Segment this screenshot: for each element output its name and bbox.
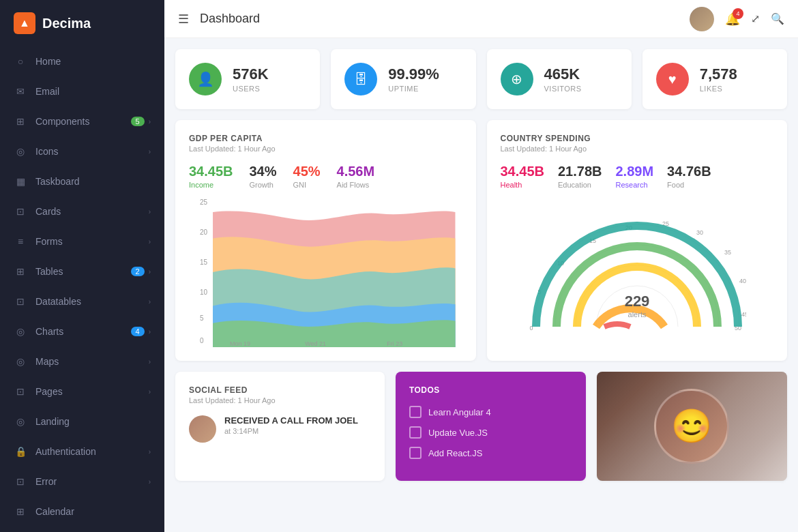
search-icon[interactable]: 🔍 xyxy=(771,12,784,25)
likes-label: LIKES xyxy=(700,85,737,93)
todos-title: TODOS xyxy=(409,385,572,395)
gni-label: GNI xyxy=(293,181,321,189)
social-content: RECEIVED A CALL FROM JOEL at 3:14PM xyxy=(224,415,371,435)
svg-text:15: 15 xyxy=(200,258,207,267)
sidebar-item-charts[interactable]: ◎ Charts 4 › xyxy=(0,316,164,346)
stat-cards: 👤 576K USERS 🗄 99.99% UPTIME ⊕ 465K VISI… xyxy=(175,49,787,109)
sidebar-item-home[interactable]: ○ Home xyxy=(0,46,164,76)
spending-chart-card: COUNTRY SPENDING Last Updated: 1 Hour Ag… xyxy=(487,120,788,361)
area-chart: 25 20 15 10 5 0 xyxy=(189,197,462,347)
sidebar-item-tables[interactable]: ⊞ Tables 2 › xyxy=(0,256,164,286)
photo-placeholder: 😊 xyxy=(597,372,787,481)
todo-text-1: Update Vue.JS xyxy=(428,428,488,438)
svg-text:40: 40 xyxy=(739,278,746,284)
sidebar-item-landing[interactable]: ◎ Landing xyxy=(0,407,164,437)
todo-checkbox-1[interactable] xyxy=(409,426,422,439)
gdp-chart-card: GDP PER CAPITA Last Updated: 1 Hour Ago … xyxy=(175,120,476,361)
visitors-label: VISITORS xyxy=(544,85,582,93)
svg-text:Fri 23: Fri 23 xyxy=(387,339,402,347)
sidebar-item-components[interactable]: ⊞ Components 5 › xyxy=(0,106,164,136)
stat-card-visitors: ⊕ 465K VISITORS xyxy=(487,49,632,109)
logo-text: Decima xyxy=(42,16,91,31)
sidebar-item-cards[interactable]: ⊡ Cards › xyxy=(0,196,164,226)
user-avatar[interactable] xyxy=(690,7,714,31)
todo-item-1: Update Vue.JS xyxy=(409,426,572,439)
users-value: 576K xyxy=(233,65,269,83)
sidebar-label: Landing xyxy=(35,416,151,427)
growth-value: 34% xyxy=(250,164,277,179)
main-area: ☰ Dashboard 🔔 4 ⤢ 🔍 👤 576K USERS xyxy=(164,0,798,532)
spending-health: 34.45B Health xyxy=(501,164,545,189)
social-item: RECEIVED A CALL FROM JOEL at 3:14PM xyxy=(189,415,371,443)
todo-checkbox-2[interactable] xyxy=(409,447,422,459)
expand-icon[interactable]: ⤢ xyxy=(751,12,760,25)
stat-info: 7,578 LIKES xyxy=(700,65,737,93)
portrait-circle: 😊 xyxy=(654,389,729,464)
sidebar-label: Cards xyxy=(35,206,149,217)
gdp-metrics: 34.45B Income 34% Growth 45% GNI 4.56M A… xyxy=(189,164,462,189)
stat-card-uptime: 🗄 99.99% UPTIME xyxy=(331,49,475,109)
chevron-icon: › xyxy=(149,448,151,456)
sidebar-item-media[interactable]: ◎ Media › xyxy=(0,527,164,532)
sidebar-item-taskboard[interactable]: ▦ Taskboard xyxy=(0,166,164,196)
forms-icon: ≡ xyxy=(14,235,27,248)
sidebar-item-forms[interactable]: ≡ Forms › xyxy=(0,226,164,256)
income-value: 34.45B xyxy=(189,164,233,179)
components-badge: 5 xyxy=(131,117,145,126)
sidebar: ▲ Decima ○ Home ✉ Email ⊞ Components 5 ›… xyxy=(0,0,164,532)
svg-text:45: 45 xyxy=(741,311,746,318)
todo-checkbox-0[interactable] xyxy=(409,406,422,418)
sidebar-label: Tables xyxy=(35,266,131,277)
pages-icon: ⊡ xyxy=(14,385,27,398)
bottom-row: SOCIAL FEED Last Updated: 1 Hour Ago REC… xyxy=(175,372,787,481)
education-label: Education xyxy=(558,181,602,189)
sidebar-item-calendar[interactable]: ⊞ Calendar xyxy=(0,497,164,527)
chevron-icon: › xyxy=(149,328,151,336)
sidebar-item-icons[interactable]: ◎ Icons › xyxy=(0,136,164,166)
chevron-icon: › xyxy=(149,478,151,486)
social-name: RECEIVED A CALL FROM JOEL xyxy=(224,415,371,426)
sidebar-label: Datatables xyxy=(35,296,149,307)
sidebar-item-maps[interactable]: ◎ Maps › xyxy=(0,346,164,376)
users-icon: 👤 xyxy=(189,63,222,95)
sidebar-item-datatables[interactable]: ⊡ Datatables › xyxy=(0,286,164,316)
gdp-subtitle: Last Updated: 1 Hour Ago xyxy=(189,145,462,153)
svg-text:25: 25 xyxy=(200,198,207,207)
charts-row: GDP PER CAPITA Last Updated: 1 Hour Ago … xyxy=(175,120,787,361)
sidebar-label: Taskboard xyxy=(35,176,151,187)
svg-text:alerts: alerts xyxy=(627,310,646,319)
chevron-icon: › xyxy=(149,298,151,306)
chevron-icon: › xyxy=(149,208,151,216)
sidebar-label: Icons xyxy=(35,146,149,157)
sidebar-logo: ▲ Decima xyxy=(0,0,164,46)
health-value: 34.45B xyxy=(501,164,545,179)
sidebar-label: Email xyxy=(35,86,151,97)
growth-label: Growth xyxy=(250,181,277,189)
calendar-icon: ⊞ xyxy=(14,505,27,518)
sidebar-item-error[interactable]: ⊡ Error › xyxy=(0,467,164,497)
sidebar-item-email[interactable]: ✉ Email xyxy=(0,76,164,106)
chevron-icon: › xyxy=(149,238,151,246)
sidebar-item-authentication[interactable]: 🔒 Authentication › xyxy=(0,437,164,467)
notification-badge: 4 xyxy=(733,8,743,19)
sidebar-label: Home xyxy=(35,56,151,67)
sidebar-label: Calendar xyxy=(35,506,151,517)
svg-text:Mon 19: Mon 19 xyxy=(230,339,250,347)
email-icon: ✉ xyxy=(14,85,27,98)
stat-card-likes: ♥ 7,578 LIKES xyxy=(642,49,787,109)
chevron-icon: › xyxy=(149,388,151,396)
sidebar-label: Forms xyxy=(35,236,149,247)
tables-icon: ⊞ xyxy=(14,265,27,278)
sidebar-item-pages[interactable]: ⊡ Pages › xyxy=(0,376,164,407)
todo-item-0: Learn Angular 4 xyxy=(409,406,572,418)
social-feed-card: SOCIAL FEED Last Updated: 1 Hour Ago REC… xyxy=(175,372,385,481)
menu-icon[interactable]: ☰ xyxy=(178,12,189,27)
home-icon: ○ xyxy=(14,55,27,68)
error-icon: ⊡ xyxy=(14,475,27,488)
social-title: SOCIAL FEED xyxy=(189,385,371,395)
research-value: 2.89M xyxy=(616,164,654,179)
notifications-bell[interactable]: 🔔 4 xyxy=(725,12,740,27)
gdp-metric-growth: 34% Growth xyxy=(250,164,277,189)
taskboard-icon: ▦ xyxy=(14,175,27,188)
svg-text:5: 5 xyxy=(200,314,204,323)
